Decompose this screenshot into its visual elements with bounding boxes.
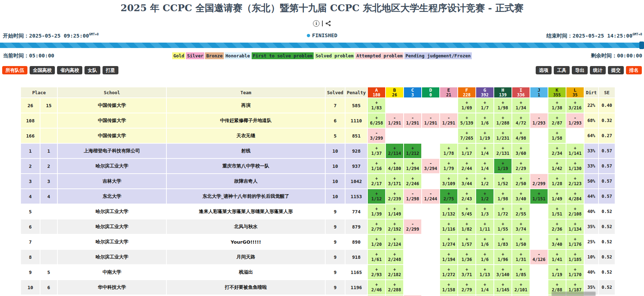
- team-row: 6哈尔滨工业大学北风与秋水9879+2/79+2/192-2/299+1/116…: [21, 219, 615, 234]
- team-cell[interactable]: YourGO!!!!!: [167, 235, 325, 249]
- dirt-cell: 40%: [584, 265, 598, 279]
- team-cell[interactable]: 栈溢出: [167, 265, 325, 279]
- problem-cell-D: [422, 219, 439, 234]
- place-cell: 4: [21, 189, 40, 204]
- solved-cell: 5: [326, 129, 345, 143]
- problem-cell-H: +1/55: [494, 219, 512, 234]
- action-button[interactable]: 工具: [554, 66, 570, 74]
- problem-cell-A: +6/258: [368, 113, 385, 128]
- problem-cell-F: +1/69: [458, 98, 475, 113]
- problem-cell-B: +3/171: [386, 174, 403, 188]
- problem-cell-I: +2/101: [512, 280, 530, 295]
- penalty-cell: 890: [345, 235, 367, 249]
- share-icon[interactable]: [325, 21, 331, 26]
- action-button[interactable]: 导出: [572, 66, 588, 74]
- solved-cell: 9: [326, 204, 345, 219]
- problem-cell-A: +1/12: [368, 189, 385, 204]
- problem-cell-K: +2/87: [548, 113, 566, 128]
- legend-item: Solved problem: [314, 52, 354, 59]
- col-header-dirt: Dirt: [584, 87, 598, 97]
- col-header-place: Place: [21, 87, 57, 97]
- col-header-se: SE: [599, 87, 615, 97]
- legend-item: Pending judgement/Frozen: [404, 52, 472, 59]
- penalty-cell: 585: [345, 98, 367, 113]
- problem-cell-C: +1/294: [404, 159, 421, 173]
- problem-cell-D: [422, 280, 439, 295]
- team-cell[interactable]: 逢来人彩蓬莱大形蓬莱人形缝莱入形蓬莱人形: [167, 204, 325, 219]
- team-cell[interactable]: 再演: [167, 98, 325, 113]
- problem-cell-L: +4/284: [566, 189, 584, 204]
- team-cell[interactable]: 重庆市第八中学校一队: [167, 159, 325, 173]
- school-cell: 哈尔滨工业大学: [58, 250, 166, 264]
- action-button[interactable]: 统计: [590, 66, 606, 74]
- problem-cell-C: +2/246: [404, 174, 421, 188]
- team-cell[interactable]: 北风与秋水: [167, 219, 325, 234]
- action-button[interactable]: 选项: [536, 66, 552, 74]
- team-row: 7哈尔滨工业大学YourGO!!!!!9890+1/20+2/124+1/274…: [21, 235, 615, 249]
- school-rank-cell: 3: [40, 174, 57, 188]
- problem-cell-A: +1/20: [368, 235, 385, 249]
- penalty-cell: 1110: [345, 113, 367, 128]
- problem-cell-B: +2/288: [386, 280, 403, 295]
- problem-cell-F: +2/43: [458, 189, 475, 204]
- problem-cell-B: +2/124: [386, 235, 403, 249]
- problem-cell-K: +1/28: [548, 174, 566, 188]
- se-cell: 0.57: [599, 174, 615, 188]
- dirt-cell: 68%: [584, 113, 598, 128]
- team-cell[interactable]: 打不好要被鱼鱼噎啦: [167, 280, 325, 295]
- filter-button[interactable]: 省内高校: [57, 66, 82, 74]
- school-rank-cell: 1: [40, 144, 57, 158]
- action-button[interactable]: 提交: [608, 66, 624, 74]
- progress-handle-icon[interactable]: [639, 42, 644, 49]
- team-cell[interactable]: 月间天路: [167, 250, 325, 264]
- problem-cell-B: +2/239: [386, 189, 403, 204]
- problem-cell-I: +2/29: [512, 159, 530, 173]
- problem-cell-D: -1/244: [422, 189, 439, 204]
- col-header-problem-F: F228: [458, 87, 475, 97]
- action-button[interactable]: 排名: [626, 66, 642, 74]
- place-cell: 1: [21, 144, 40, 158]
- col-header-problem-L: L35: [566, 87, 584, 97]
- school-rank-cell: 4: [40, 189, 57, 204]
- problem-cell-G: +1/2: [476, 189, 493, 204]
- col-header-solved: Solved: [326, 87, 345, 97]
- dirt-cell: 10%: [584, 250, 598, 264]
- problem-cell-L: -1/293: [566, 113, 584, 128]
- se-cell: 0.52: [599, 250, 615, 264]
- problem-cell-D: [422, 174, 439, 188]
- page-title: 2025 年 CCPC 全国邀请赛（东北）暨第十九届 CCPC 东北地区大学生程…: [0, 3, 644, 13]
- problem-cell-K: +1/41: [548, 250, 566, 264]
- filter-button[interactable]: 打星: [103, 66, 118, 74]
- problem-cell-L: [566, 129, 584, 143]
- team-cell[interactable]: 射线: [167, 144, 325, 158]
- team-cell[interactable]: 天衣无缝: [167, 129, 325, 143]
- filter-button[interactable]: 所有队伍: [2, 66, 27, 74]
- problem-cell-K: +1/42: [548, 159, 566, 173]
- problem-cell-K: +1/19: [548, 265, 566, 279]
- dirt-cell: 40%: [584, 204, 598, 219]
- col-header-problem-K: K355: [548, 87, 566, 97]
- team-cell[interactable]: 东北大学_请神十八年前的学长后我觉醒了: [167, 189, 325, 204]
- problem-cell-H: +1/96: [494, 250, 512, 264]
- info-icon[interactable]: i: [313, 20, 319, 27]
- problem-cell-A: +2/17: [368, 174, 385, 188]
- team-cell[interactable]: 故障吉奇人: [167, 174, 325, 188]
- info-row: 当前时间：05:00:00 GoldSilverBronzeHonorableF…: [0, 52, 644, 59]
- timezone-label: GMT+8: [632, 32, 642, 36]
- problem-cell-B: [386, 98, 403, 113]
- filter-button[interactable]: 女队: [84, 66, 100, 74]
- se-cell: 0.27: [599, 129, 615, 143]
- filter-button[interactable]: 全国高校: [30, 66, 55, 74]
- penalty-cell: 774: [345, 204, 367, 219]
- problem-cell-J: +1/151: [530, 189, 548, 204]
- school-rank-cell: [40, 250, 57, 264]
- problem-cell-E: +3/109: [440, 174, 457, 188]
- problem-cell-L: +1/170: [566, 265, 584, 279]
- team-cell[interactable]: 中传赶紧修椰子井地道队: [167, 113, 325, 128]
- penalty-cell: 879: [345, 219, 367, 234]
- contest-progress-bar[interactable]: [0, 43, 644, 48]
- problem-cell-C: [404, 235, 421, 249]
- problem-cell-A: +1/37: [368, 144, 385, 158]
- school-cell: 中国传媒大学: [58, 113, 166, 128]
- solved-cell: 6: [326, 113, 345, 128]
